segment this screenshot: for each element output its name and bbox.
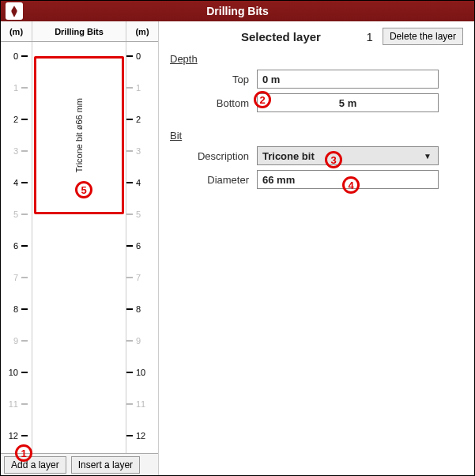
selected-header: Selected layer 1 Delete the layer — [170, 28, 463, 45]
tick-dash — [21, 119, 28, 120]
ruler-tick: 0 — [1, 51, 32, 61]
window-title: Drilling Bits — [1, 5, 474, 17]
row-top: Top 0 m — [170, 70, 463, 89]
ruler-tick: 5 — [126, 210, 158, 219]
tick-number: 9 — [136, 336, 153, 346]
top-input[interactable]: 0 m — [257, 70, 439, 89]
tick-number: 6 — [136, 241, 153, 251]
tick-number: 5 — [1, 210, 18, 219]
tick-dash — [126, 277, 133, 278]
tick-number: 8 — [1, 304, 18, 314]
tick-dash — [21, 435, 28, 436]
layer-box[interactable]: Tricone bit ø66 mm — [34, 56, 124, 214]
tick-number: 4 — [1, 178, 18, 187]
ruler-tick: 1 — [126, 83, 158, 93]
tick-number: 3 — [136, 146, 153, 156]
ruler-tick: 9 — [126, 336, 158, 346]
tick-dash — [126, 150, 133, 152]
row-bottom: Bottom 5 m — [170, 93, 463, 112]
ruler-tick: 10 — [1, 368, 32, 377]
tick-dash — [21, 150, 28, 152]
tick-dash — [21, 87, 28, 89]
selected-layer-label: Selected layer — [241, 30, 321, 43]
tick-dash — [21, 403, 28, 405]
description-select[interactable]: Tricone bit — [257, 146, 439, 165]
tick-number: 4 — [136, 178, 153, 187]
ruler-tick: 6 — [1, 241, 32, 251]
tick-dash — [126, 372, 133, 373]
tick-number: 9 — [1, 336, 18, 346]
tick-dash — [21, 340, 28, 342]
add-layer-button[interactable]: Add a layer — [4, 456, 66, 474]
diameter-input[interactable]: 66 mm — [257, 170, 439, 189]
ruler-tick: 10 — [126, 368, 158, 377]
ruler-left: 0123456789101112 — [1, 42, 32, 453]
ruler-tick: 5 — [1, 210, 32, 219]
tick-dash — [21, 213, 28, 215]
app-icon — [6, 2, 23, 20]
left-panel: (m) Drilling Bits (m) 0123456789101112 T… — [1, 21, 159, 475]
bottom-value: 5 m — [339, 97, 356, 109]
ruler-tick: 11 — [126, 399, 158, 409]
insert-layer-button[interactable]: Insert a layer — [71, 456, 140, 474]
tick-number: 8 — [136, 304, 153, 314]
tick-dash — [21, 372, 28, 373]
tick-number: 11 — [1, 399, 18, 409]
tick-number: 0 — [136, 51, 153, 61]
tick-number: 1 — [136, 83, 153, 93]
ruler-tick: 7 — [1, 273, 32, 282]
ruler-tick: 6 — [126, 241, 158, 251]
tick-dash — [126, 182, 133, 183]
tick-dash — [21, 182, 28, 183]
section-bit: Bit — [170, 130, 463, 142]
ruler-area: 0123456789101112 Tricone bit ø66 mm 0123… — [1, 42, 158, 453]
delete-layer-button[interactable]: Delete the layer — [383, 28, 463, 45]
ruler-tick: 12 — [126, 431, 158, 440]
ruler-tick: 0 — [126, 51, 158, 61]
diameter-label: Diameter — [170, 174, 257, 186]
tick-number: 12 — [1, 431, 18, 440]
tick-dash — [126, 87, 133, 89]
ruler-tick: 1 — [1, 83, 32, 93]
tick-dash — [21, 308, 28, 310]
ruler-tick: 11 — [1, 399, 32, 409]
description-label: Description — [170, 150, 257, 162]
tick-dash — [21, 245, 28, 247]
tick-number: 3 — [1, 146, 18, 156]
app-window: Drilling Bits (m) Drilling Bits (m) 0123… — [0, 0, 475, 476]
col-header-left: (m) — [1, 21, 32, 41]
tick-dash — [126, 213, 133, 215]
tick-number: 2 — [136, 115, 153, 124]
bottom-input[interactable]: 5 m — [257, 93, 439, 112]
tick-number: 10 — [136, 368, 153, 377]
row-diameter: Diameter 66 mm — [170, 170, 463, 189]
ruler-tick: 3 — [1, 146, 32, 156]
diameter-value: 66 mm — [262, 174, 295, 186]
tick-dash — [126, 435, 133, 436]
tick-number: 1 — [1, 83, 18, 93]
tick-number: 6 — [1, 241, 18, 251]
ruler-tick: 7 — [126, 273, 158, 282]
titlebar: Drilling Bits — [1, 1, 474, 21]
ruler-tick: 12 — [1, 431, 32, 440]
ruler-tick: 2 — [126, 115, 158, 124]
ruler-tick: 2 — [1, 115, 32, 124]
columns-header: (m) Drilling Bits (m) — [1, 21, 158, 42]
description-value: Tricone bit — [262, 150, 315, 162]
layer-column[interactable]: Tricone bit ø66 mm — [32, 42, 126, 453]
ruler-tick: 9 — [1, 336, 32, 346]
ruler-tick: 8 — [126, 304, 158, 314]
row-description: Description Tricone bit — [170, 146, 463, 165]
bottom-label: Bottom — [170, 97, 257, 109]
tick-number: 2 — [1, 115, 18, 124]
window-body: (m) Drilling Bits (m) 0123456789101112 T… — [1, 21, 474, 475]
col-header-right: (m) — [126, 21, 158, 41]
tick-number: 12 — [136, 431, 153, 440]
top-value: 0 m — [262, 74, 280, 85]
ruler-tick: 3 — [126, 146, 158, 156]
tick-number: 10 — [1, 368, 18, 377]
ruler-tick: 4 — [1, 178, 32, 187]
top-label: Top — [170, 74, 257, 85]
tick-dash — [21, 55, 28, 57]
layer-label: Tricone bit ø66 mm — [74, 98, 84, 172]
